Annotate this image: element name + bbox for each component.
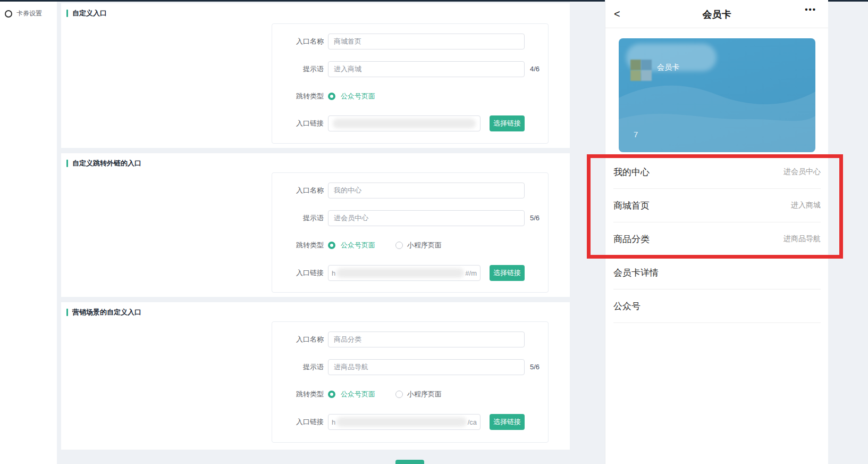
radio-option-miniprogram[interactable]: 小程序页面 [407,241,442,250]
entry-name-label: 入口名称 [272,332,324,347]
blurred-link-text [336,417,466,427]
entry-name-label: 入口名称 [272,34,324,49]
link-suffix: #/m [465,269,477,277]
tip-label: 提示语 [272,61,324,77]
list-item-my-center[interactable]: 我的中心 进会员中心 [613,155,821,189]
entry-list: 我的中心 进会员中心 商城首页 进入商城 商品分类 进商品导航 会员卡详情 公众… [605,155,829,323]
blurred-logo [641,60,652,70]
radio-option-miniprogram[interactable]: 小程序页面 [407,390,442,399]
entry-name-input[interactable] [328,34,525,49]
char-counter: 4/6 [530,61,540,77]
tip-input[interactable] [328,210,525,226]
char-counter: 5/6 [530,359,540,375]
entry-link-input[interactable] [328,115,481,131]
entry-link-input[interactable]: h #/m [328,265,481,281]
section-accent-bar [66,160,68,167]
blurred-logo [630,70,641,81]
phone-page-title: 会员卡 [605,8,828,21]
section-marketing-entry: 营销场景的自定义入口 入口名称 提示语 5/6 跳转类型 公众号页面 小程序页 [61,302,570,450]
section-external-link-entry: 自定义跳转外链的入口 入口名称 提示语 5/6 跳转类型 公众号页面 小程序页 [61,153,570,297]
jump-type-label: 跳转类型 [272,92,324,108]
card-type-label: 会员卡 [657,63,679,72]
entry-link-input[interactable]: h /ca [328,414,481,430]
list-item-tip: 进会员中心 [783,167,821,177]
section-title: 自定义跳转外链的入口 [72,159,141,168]
list-item-product-category[interactable]: 商品分类 进商品导航 [613,222,821,256]
choose-link-button[interactable]: 选择链接 [490,265,525,281]
card-number: 7 [634,130,638,139]
save-button[interactable] [395,460,424,464]
entry-name-input[interactable] [328,332,525,347]
blurred-link-text [333,119,476,128]
list-item-name: 商城首页 [613,200,650,212]
entry-name-input[interactable] [328,183,525,198]
jump-type-options: 公众号页面 [328,92,375,101]
link-label: 入口链接 [272,265,324,281]
link-prefix: h [332,418,335,426]
radio-unselected-icon[interactable] [395,391,403,398]
list-item-name: 商品分类 [613,233,650,245]
choose-link-button[interactable]: 选择链接 [490,414,525,430]
blurred-logo [641,70,652,81]
link-label: 入口链接 [272,414,324,430]
choose-link-button[interactable]: 选择链接 [490,115,525,131]
tip-label: 提示语 [272,210,324,226]
blurred-link-text [336,268,464,278]
radio-icon [5,10,12,18]
radio-selected-icon[interactable] [328,242,335,249]
section-accent-bar [66,10,68,17]
phone-preview-panel: < 会员卡 ••• 会员卡 7 我的中心 进会员中心 商城首页 进入 [605,0,828,464]
phone-header: < 会员卡 ••• [605,0,828,28]
list-item-name: 我的中心 [613,166,650,178]
sidebar-item-label: 卡券设置 [16,9,42,18]
tip-input[interactable] [328,359,525,375]
radio-option-official-account[interactable]: 公众号页面 [341,241,375,250]
link-suffix: /ca [468,418,477,426]
membership-card: 会员卡 7 [619,38,815,152]
entry-name-label: 入口名称 [272,183,324,198]
radio-unselected-icon[interactable] [395,242,403,249]
section-title: 自定义入口 [72,9,107,18]
blurred-logo [630,60,641,70]
section-title: 营销场景的自定义入口 [72,308,141,317]
sidebar-item-card-settings[interactable]: 卡券设置 [0,2,57,18]
section-header: 自定义跳转外链的入口 [66,159,141,168]
list-item-name: 公众号 [613,300,641,312]
char-counter: 5/6 [530,210,540,226]
list-item-official-account[interactable]: 公众号 [613,289,821,323]
link-label: 入口链接 [272,115,324,131]
link-prefix: h [332,269,335,277]
list-item-mall-home[interactable]: 商城首页 进入商城 [613,189,821,222]
form-box: 入口名称 提示语 5/6 跳转类型 公众号页面 小程序页面 [272,321,549,443]
radio-option-official-account[interactable]: 公众号页面 [341,390,375,399]
sidebar: 卡券设置 [0,2,57,464]
section-header: 营销场景的自定义入口 [66,308,141,317]
app-window: 卡券设置 自定义入口 入口名称 提示语 4/6 跳转类型 公众号页面 [0,0,868,464]
more-menu-icon[interactable]: ••• [805,5,816,14]
list-item-tip: 进商品导航 [783,234,821,244]
section-custom-entry: 自定义入口 入口名称 提示语 4/6 跳转类型 公众号页面 入口链接 [61,3,570,148]
form-box: 入口名称 提示语 5/6 跳转类型 公众号页面 小程序页面 [272,172,549,293]
jump-type-options: 公众号页面 小程序页面 [328,390,442,399]
radio-selected-icon[interactable] [328,93,335,100]
tip-label: 提示语 [272,359,324,375]
form-box: 入口名称 提示语 4/6 跳转类型 公众号页面 入口链接 [272,23,549,144]
tip-input[interactable] [328,61,525,77]
radio-selected-icon[interactable] [328,391,335,398]
jump-type-label: 跳转类型 [272,241,324,257]
list-item-tip: 进入商城 [791,201,821,210]
section-header: 自定义入口 [66,9,107,18]
radio-option-official-account[interactable]: 公众号页面 [341,92,375,101]
section-accent-bar [66,309,68,316]
list-item-name: 会员卡详情 [613,267,659,279]
jump-type-options: 公众号页面 小程序页面 [328,241,442,250]
jump-type-label: 跳转类型 [272,390,324,406]
list-item-card-detail[interactable]: 会员卡详情 [613,256,821,289]
